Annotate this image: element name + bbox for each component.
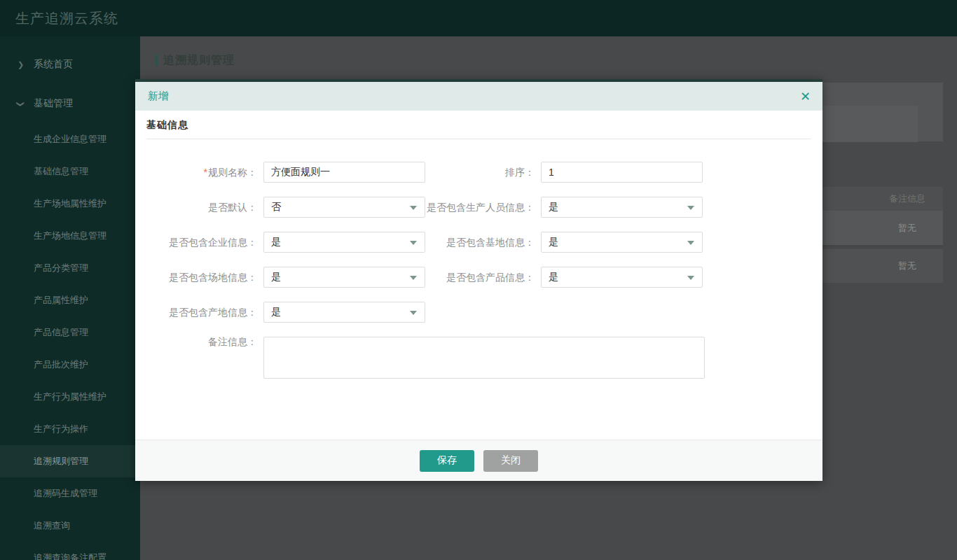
include-enterprise-label: 是否包含企业信息： (146, 232, 257, 253)
is-default-label: 是否默认： (146, 197, 257, 218)
sidebar-item-home[interactable]: ❯ 系统首页 (0, 45, 140, 84)
app-root: 生产追溯云系统 ❯ 系统首页 ❯ 基础管理 生成企业信息管理 基础信息管理 生产… (0, 0, 957, 560)
sidebar-item-site-info[interactable]: 生产场地信息管理 (0, 220, 140, 252)
sidebar-item-behavior-op[interactable]: 生产行为操作 (0, 413, 140, 445)
dialog-body: 基础信息 *规则名称： 排序： 是否默认： 否 是否包含生产人员信息： (135, 111, 822, 440)
sidebar-item-product-category[interactable]: 产品分类管理 (0, 252, 140, 284)
page-title: 追溯规则管理 (163, 53, 235, 68)
sidebar-item-product-info[interactable]: 产品信息管理 (0, 316, 140, 349)
section-title: 基础信息 (146, 119, 188, 130)
form-row: 是否默认： 否 是否包含生产人员信息： 是 (146, 197, 811, 218)
sidebar-item-behavior-attr[interactable]: 生产行为属性维护 (0, 381, 140, 413)
sort-input[interactable] (541, 162, 703, 183)
form-row: 是否包含场地信息： 是 是否包含产品信息： 是 (146, 267, 811, 288)
remark-textarea[interactable] (263, 337, 705, 379)
sidebar-item-basic-management[interactable]: ❯ 基础管理 (0, 84, 140, 123)
rule-name-label: *规则名称： (146, 162, 257, 183)
dropdown-caret-icon (410, 311, 417, 315)
background-column-header: 备注信息 (883, 187, 932, 211)
include-product-select[interactable]: 是 (541, 267, 703, 288)
sidebar-item-product-attr[interactable]: 产品属性维护 (0, 284, 140, 316)
chevron-right-icon: ❯ (18, 60, 34, 69)
sidebar-item-label: 基础管理 (34, 97, 73, 110)
page-title-row: 追溯规则管理 (140, 52, 235, 69)
section-header: 基础信息 (146, 111, 811, 139)
include-site-select[interactable]: 是 (263, 267, 425, 288)
rule-name-input[interactable] (263, 162, 425, 183)
form-row: 是否包含产地信息： 是 (146, 302, 811, 323)
sidebar-item-trace-rule[interactable]: 追溯规则管理 (0, 445, 140, 477)
close-icon[interactable]: ✕ (800, 90, 811, 103)
include-producer-label: 是否包含生产人员信息： (425, 197, 535, 218)
close-button[interactable]: 关闭 (483, 450, 538, 472)
dialog-title: 新增 (148, 90, 169, 103)
include-origin-select[interactable]: 是 (263, 302, 425, 323)
sidebar-item-trace-code[interactable]: 追溯码生成管理 (0, 477, 140, 510)
dropdown-caret-icon (687, 276, 694, 280)
app-title: 生产追溯云系统 (15, 9, 118, 28)
dialog-footer: 保存 关闭 (135, 440, 822, 481)
sidebar-item-site-attr[interactable]: 生产场地属性维护 (0, 188, 140, 220)
form-row: 是否包含企业信息： 是 是否包含基地信息： 是 (146, 232, 811, 253)
form-row: *规则名称： 排序： (146, 162, 811, 183)
chevron-down-icon: ❯ (18, 99, 34, 108)
sidebar-item-product-batch[interactable]: 产品批次维护 (0, 349, 140, 381)
dialog-header: 新增 ✕ (135, 82, 822, 111)
save-button[interactable]: 保存 (420, 450, 474, 472)
include-base-select[interactable]: 是 (541, 232, 703, 253)
sidebar-item-enterprise-info[interactable]: 生成企业信息管理 (0, 123, 140, 155)
include-enterprise-select[interactable]: 是 (263, 232, 425, 253)
include-product-label: 是否包含产品信息： (425, 267, 535, 288)
sidebar-item-trace-query[interactable]: 追溯查询 (0, 510, 140, 542)
sidebar-item-trace-query-remark[interactable]: 追溯查询备注配置 (0, 542, 140, 560)
rule-form: *规则名称： 排序： 是否默认： 否 是否包含生产人员信息： 是 (146, 162, 811, 379)
dropdown-caret-icon (410, 241, 417, 245)
dropdown-caret-icon (410, 276, 417, 280)
include-site-label: 是否包含场地信息： (146, 267, 257, 288)
is-default-select[interactable]: 否 (263, 197, 425, 218)
add-rule-dialog: 新增 ✕ 基础信息 *规则名称： 排序： 是否默认： 否 (135, 79, 822, 481)
title-accent-bar (156, 55, 158, 66)
dropdown-caret-icon (687, 241, 694, 245)
include-origin-label: 是否包含产地信息： (146, 302, 257, 323)
top-header: 生产追溯云系统 (0, 0, 957, 36)
sidebar-item-label: 系统首页 (34, 58, 73, 71)
form-row: 备注信息： (146, 337, 811, 379)
include-base-label: 是否包含基地信息： (425, 232, 535, 253)
sidebar: ❯ 系统首页 ❯ 基础管理 生成企业信息管理 基础信息管理 生产场地属性维护 生… (0, 36, 140, 560)
sort-label: 排序： (425, 162, 535, 183)
dropdown-caret-icon (410, 206, 417, 210)
dropdown-caret-icon (687, 206, 694, 210)
sidebar-item-basic-info[interactable]: 基础信息管理 (0, 155, 140, 188)
required-asterisk: * (204, 167, 207, 178)
remark-label: 备注信息： (146, 337, 257, 346)
include-producer-select[interactable]: 是 (541, 197, 703, 218)
